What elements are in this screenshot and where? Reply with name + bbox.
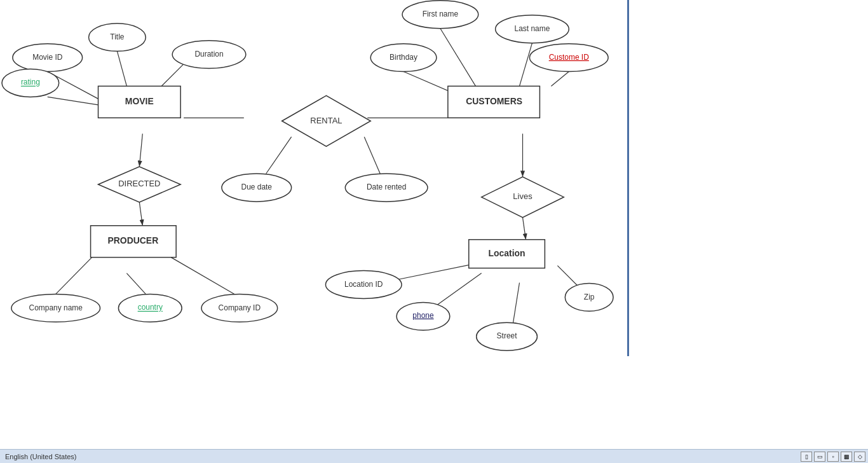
date-rented-text: Date rented: [367, 183, 406, 191]
view-extra-icon[interactable]: ◇: [854, 452, 865, 462]
country-text: country: [138, 303, 163, 312]
view-web-icon[interactable]: ▭: [814, 452, 825, 462]
last-name-text: Last name: [515, 24, 550, 33]
svg-line-17: [364, 137, 380, 174]
view-normal-icon[interactable]: ▯: [801, 452, 812, 462]
view-draft-icon[interactable]: ▩: [841, 452, 852, 462]
svg-line-22: [513, 283, 520, 323]
svg-line-12: [139, 202, 142, 226]
svg-line-15: [171, 258, 234, 294]
svg-line-20: [398, 264, 475, 280]
zip-text: Zip: [584, 293, 595, 301]
movie-id-text: Movie ID: [32, 53, 63, 62]
company-id-text: Company ID: [219, 303, 261, 312]
svg-line-21: [437, 273, 482, 305]
birthday-text: Birthday: [390, 53, 417, 62]
title-text: Title: [110, 32, 124, 41]
producer-label: PRODUCER: [107, 235, 158, 245]
customer-id-text: Custome ID: [549, 53, 589, 62]
statusbar-icons: ▯ ▭ ▫ ▩ ◇: [801, 452, 865, 462]
rating-text: rating: [21, 78, 40, 87]
svg-line-13: [56, 258, 92, 294]
statusbar: English (United States) ▯ ▭ ▫ ▩ ◇: [0, 449, 868, 463]
svg-line-4: [48, 97, 100, 105]
directed-label: DIRECTED: [118, 179, 160, 188]
svg-line-3: [158, 61, 187, 90]
rental-label: RENTAL: [310, 116, 342, 125]
svg-line-19: [523, 218, 526, 240]
svg-line-8: [520, 43, 532, 86]
svg-line-14: [126, 273, 146, 294]
svg-line-10: [551, 72, 569, 86]
first-name-text: First name: [423, 10, 459, 18]
diagram-canvas: MOVIE RENTAL CUSTOMERS PRODUCER Location…: [0, 0, 629, 356]
location-label: Location: [489, 248, 526, 258]
location-id-text: Location ID: [344, 280, 383, 289]
street-text: Street: [497, 331, 518, 340]
svg-line-16: [266, 137, 292, 174]
phone-text: phone: [412, 311, 434, 320]
company-name-text: Company name: [29, 303, 83, 312]
lives-label: Lives: [513, 191, 532, 201]
movie-label: MOVIE: [125, 96, 154, 106]
due-date-text: Due date: [241, 183, 273, 191]
customers-label: CUSTOMERS: [466, 96, 522, 106]
duration-text: Duration: [194, 50, 223, 59]
language-status: English (United States): [5, 453, 77, 460]
svg-line-11: [139, 134, 142, 167]
svg-line-7: [440, 29, 482, 96]
svg-line-2: [117, 52, 126, 86]
view-outline-icon[interactable]: ▫: [827, 452, 839, 462]
